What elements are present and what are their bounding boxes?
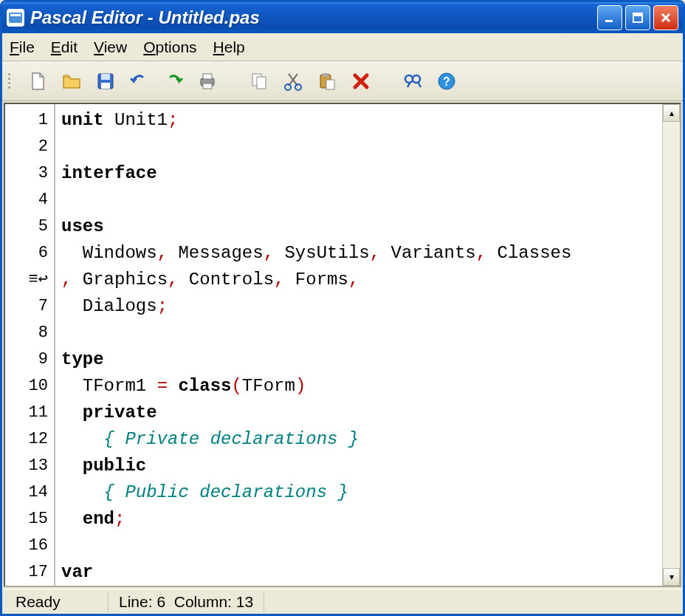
line-number: 13: [5, 453, 54, 479]
line-number: 1: [5, 107, 54, 134]
svg-point-14: [295, 84, 301, 90]
line-number: 15: [5, 506, 54, 533]
line-number: 6: [5, 240, 54, 267]
code-line[interactable]: type: [61, 346, 656, 373]
code-line[interactable]: [61, 134, 656, 160]
toolbar: ?: [2, 61, 683, 101]
cut-icon[interactable]: [280, 68, 306, 95]
statusbar: Ready Line: 6 Column: 13: [2, 589, 683, 614]
svg-rect-4: [633, 13, 642, 16]
menu-view[interactable]: View: [94, 38, 127, 56]
line-number: 8: [5, 320, 54, 346]
editor-area: 123456≡↩7891011121314151617 unit Unit1;i…: [4, 103, 681, 587]
code-line[interactable]: TForm1 = class(TForm): [61, 373, 656, 400]
minimize-button[interactable]: [597, 5, 622, 30]
code-line[interactable]: Windows, Messages, SysUtils, Variants, C…: [61, 240, 656, 267]
code-line[interactable]: unit Unit1;: [61, 107, 656, 134]
close-button[interactable]: [653, 5, 678, 30]
code-line[interactable]: end;: [61, 506, 656, 533]
status-col-label: Column:: [174, 593, 232, 611]
code-line[interactable]: uses: [61, 213, 656, 240]
svg-point-18: [405, 75, 413, 83]
svg-rect-7: [101, 83, 110, 89]
help-icon[interactable]: ?: [433, 68, 460, 95]
code-line[interactable]: interface: [61, 160, 656, 187]
scroll-down-icon[interactable]: ▾: [663, 568, 680, 586]
vertical-scrollbar[interactable]: ▴ ▾: [662, 104, 680, 586]
titlebar[interactable]: Pascal Editor - Untitled.pas: [2, 2, 683, 33]
scroll-up-icon[interactable]: ▴: [663, 104, 680, 122]
code-line[interactable]: , Graphics, Controls, Forms,: [61, 267, 656, 293]
new-file-icon[interactable]: [24, 68, 51, 95]
status-position: Line: 6 Column: 13: [109, 592, 264, 612]
code-line[interactable]: { Public declarations }: [61, 479, 656, 506]
undo-icon[interactable]: [126, 68, 153, 95]
menu-file-rest: ile: [19, 38, 35, 55]
status-line-label: Line:: [119, 593, 153, 611]
menu-options[interactable]: Options: [143, 38, 196, 56]
svg-text:?: ?: [443, 75, 450, 88]
menu-edit[interactable]: Edit: [51, 38, 78, 56]
code-line[interactable]: [61, 533, 656, 559]
open-folder-icon[interactable]: [58, 68, 85, 95]
svg-point-13: [285, 84, 291, 90]
line-number: 4: [5, 187, 54, 213]
delete-icon[interactable]: [348, 68, 374, 95]
line-number: 11: [5, 400, 54, 426]
line-number: 5: [5, 213, 54, 240]
svg-rect-2: [605, 20, 613, 22]
line-number: 14: [5, 479, 54, 506]
save-disk-icon[interactable]: [92, 68, 119, 95]
code-line[interactable]: private: [61, 400, 656, 426]
code-line[interactable]: [61, 320, 656, 346]
line-number: ≡↩: [5, 267, 54, 293]
status-ready: Ready: [5, 592, 109, 612]
copy-icon[interactable]: [246, 68, 272, 95]
code-line[interactable]: var: [61, 559, 656, 586]
line-gutter: 123456≡↩7891011121314151617: [5, 104, 55, 586]
line-number: 3: [5, 160, 54, 187]
toolbar-grip[interactable]: [8, 68, 14, 95]
svg-rect-1: [10, 14, 21, 16]
window-title: Pascal Editor - Untitled.pas: [30, 7, 597, 28]
line-number: 12: [5, 426, 54, 453]
code-line[interactable]: [61, 187, 656, 213]
svg-rect-16: [323, 73, 328, 77]
code-line[interactable]: public: [61, 453, 656, 479]
code-editor[interactable]: unit Unit1;interfaceuses Windows, Messag…: [55, 104, 662, 586]
code-line[interactable]: { Private declarations }: [61, 426, 656, 453]
app-window: Pascal Editor - Untitled.pas File Edit V…: [0, 0, 685, 616]
svg-point-19: [413, 75, 420, 83]
paste-icon[interactable]: [314, 68, 340, 95]
line-number: 17: [5, 559, 54, 586]
find-icon[interactable]: [399, 68, 426, 95]
app-icon: [7, 9, 24, 27]
maximize-button[interactable]: [625, 5, 650, 30]
svg-rect-17: [326, 80, 334, 89]
status-col-value: 13: [236, 593, 253, 611]
svg-rect-10: [203, 83, 212, 89]
scroll-track[interactable]: [663, 122, 680, 568]
menu-help[interactable]: Help: [213, 38, 245, 56]
svg-rect-6: [101, 74, 110, 80]
line-number: 9: [5, 346, 54, 373]
svg-rect-12: [257, 77, 266, 89]
line-number: 16: [5, 533, 54, 559]
line-number: 7: [5, 293, 54, 320]
redo-icon[interactable]: [160, 68, 187, 95]
code-line[interactable]: Dialogs;: [61, 293, 656, 320]
svg-rect-9: [203, 74, 212, 79]
line-number: 2: [5, 134, 54, 160]
print-icon[interactable]: [194, 68, 221, 95]
menubar: File Edit View Options Help: [2, 33, 683, 61]
line-number: 10: [5, 373, 54, 400]
status-line-value: 6: [156, 593, 165, 611]
menu-file[interactable]: File: [10, 38, 35, 56]
